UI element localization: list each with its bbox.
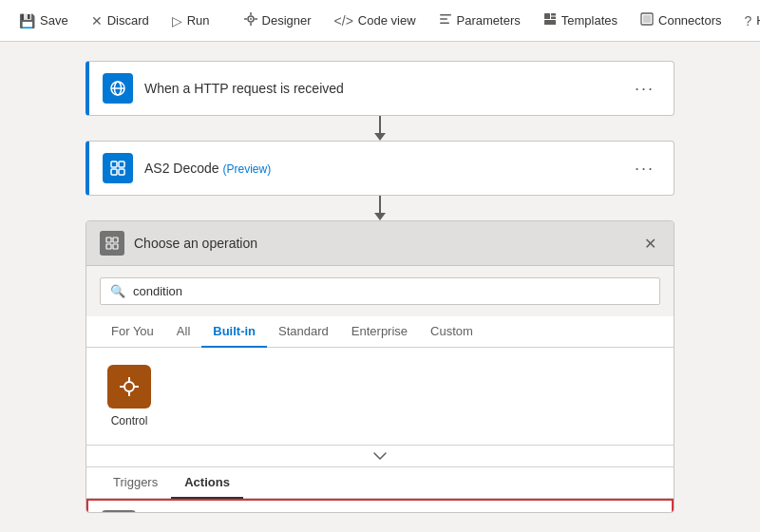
action-list: Condition Control ⓘ Until Control ⓘ [86, 499, 674, 513]
arrow-1 [374, 116, 386, 141]
search-box: 🔍 [100, 277, 660, 305]
svg-point-26 [124, 382, 134, 391]
designer-button[interactable]: Designer [235, 7, 321, 34]
tab-standard[interactable]: Standard [267, 316, 340, 348]
actions-tabs: Triggers Actions [86, 467, 674, 499]
svg-rect-18 [111, 162, 117, 167]
svg-rect-8 [440, 23, 449, 25]
category-control-icon [107, 365, 151, 408]
tab-builtin[interactable]: Built-in [201, 316, 267, 348]
svg-rect-11 [551, 17, 556, 20]
tab-foryou[interactable]: For You [100, 316, 165, 348]
arrow-2 [374, 196, 386, 220]
svg-rect-21 [119, 169, 124, 175]
action-condition[interactable]: Condition Control ⓘ [86, 499, 674, 513]
category-control[interactable]: Control [100, 361, 159, 431]
save-icon: 💾 [19, 13, 35, 28]
as2-decode-icon [103, 153, 133, 183]
tab-actions[interactable]: Actions [171, 467, 243, 499]
svg-rect-25 [113, 244, 118, 249]
http-trigger-more[interactable]: ··· [629, 77, 660, 101]
help-icon: ? [745, 13, 752, 28]
discard-button[interactable]: ✕ Discard [82, 8, 159, 34]
svg-rect-12 [544, 20, 556, 25]
http-trigger-step: When a HTTP request is received ··· [86, 61, 674, 116]
svg-rect-9 [544, 13, 550, 19]
http-trigger-title: When a HTTP request is received [144, 81, 629, 96]
templates-button[interactable]: Templates [534, 7, 627, 34]
choose-panel-icon [100, 231, 124, 256]
svg-rect-24 [106, 244, 111, 249]
parameters-icon [439, 12, 452, 28]
run-button[interactable]: ▷ Run [162, 8, 219, 34]
choose-panel-close-button[interactable]: ✕ [640, 233, 660, 255]
condition-icon [102, 510, 136, 513]
connectors-button[interactable]: Connectors [631, 7, 731, 34]
codeview-icon: </> [334, 13, 353, 28]
svg-rect-6 [440, 14, 451, 16]
search-icon: 🔍 [110, 284, 125, 298]
templates-icon [543, 12, 557, 28]
svg-rect-20 [111, 169, 117, 175]
as2-decode-more[interactable]: ··· [629, 157, 660, 180]
tab-all[interactable]: All [165, 316, 201, 348]
designer-icon [244, 12, 257, 28]
categories-area: Control [86, 348, 674, 446]
expand-toggle[interactable] [86, 446, 674, 467]
tab-triggers[interactable]: Triggers [100, 467, 171, 499]
filter-tabs: For You All Built-in Standard Enterprise… [86, 316, 674, 348]
discard-icon: ✕ [91, 13, 103, 28]
choose-operation-panel: Choose an operation ✕ 🔍 For You All Buil… [86, 220, 674, 513]
choose-panel-header: Choose an operation ✕ [86, 221, 674, 266]
tab-enterprise[interactable]: Enterprise [340, 316, 419, 348]
parameters-button[interactable]: Parameters [429, 7, 530, 34]
tab-custom[interactable]: Custom [419, 316, 484, 348]
svg-rect-7 [440, 18, 447, 20]
search-input[interactable] [133, 284, 650, 298]
svg-rect-10 [551, 13, 556, 16]
http-trigger-icon [103, 73, 133, 104]
codeview-button[interactable]: </> Code view [325, 8, 426, 34]
svg-rect-14 [643, 15, 651, 23]
connectors-icon [640, 12, 654, 28]
svg-rect-23 [113, 238, 118, 242]
svg-rect-22 [106, 238, 111, 242]
help-button[interactable]: ? Help [735, 8, 761, 34]
save-button[interactable]: 💾 Save [10, 8, 78, 34]
svg-point-1 [250, 18, 252, 20]
as2-decode-title: AS2 Decode (Preview) [144, 161, 629, 176]
toolbar: 💾 Save ✕ Discard ▷ Run Designer </> Code… [0, 0, 760, 42]
run-icon: ▷ [172, 13, 182, 28]
as2-decode-step: AS2 Decode (Preview) ··· [86, 141, 674, 196]
category-control-label: Control [111, 414, 148, 428]
choose-panel-title: Choose an operation [134, 236, 640, 251]
canvas: When a HTTP request is received ··· AS2 … [0, 42, 760, 532]
svg-rect-19 [119, 162, 124, 167]
